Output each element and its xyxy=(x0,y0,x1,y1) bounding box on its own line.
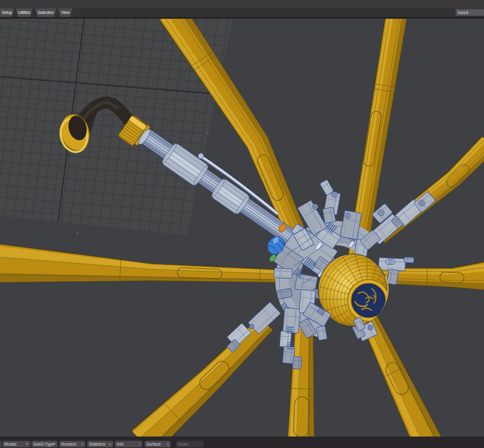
svg-text:x: x xyxy=(206,130,209,135)
svg-text:z: z xyxy=(76,230,79,235)
